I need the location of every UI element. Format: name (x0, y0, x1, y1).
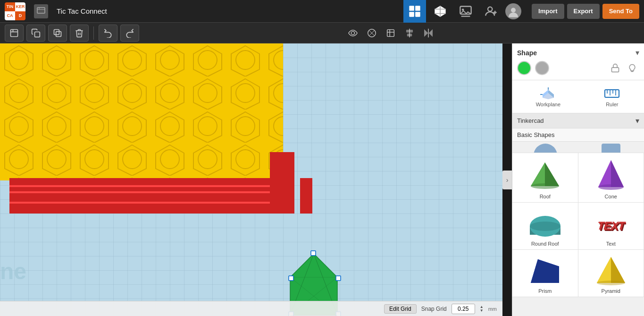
text-shape-visual: TEXT (597, 219, 625, 232)
top-bar: TIN KER CA D Tic Tac Connect Import Expo… (0, 0, 644, 23)
svg-rect-22 (54, 29, 59, 34)
partial-text: ne (0, 258, 26, 284)
svg-point-24 (351, 31, 354, 34)
library-header: Tinkercad ▾ (512, 113, 644, 128)
library-dropdown-arrow[interactable]: ▾ (636, 116, 639, 125)
ruler-icon (603, 86, 620, 100)
lightbulb-icon[interactable] (625, 61, 639, 75)
shape-item-cone[interactable]: Cone (578, 153, 644, 203)
shape-prism-label: Prism (538, 288, 552, 294)
svg-rect-3 (409, 6, 414, 10)
project-title: Tic Tac Connect (57, 7, 107, 15)
shape-title: Shape (517, 49, 537, 57)
show-edges-button[interactable] (382, 25, 400, 42)
align-button[interactable] (401, 25, 418, 42)
shape-dropdown-arrow[interactable]: ▾ (636, 48, 639, 57)
viewport-toolbar (344, 25, 437, 42)
svg-point-12 (462, 9, 464, 11)
shape-cone-label: Cone (605, 194, 617, 199)
shapes-grid: Roof Cone (512, 153, 644, 297)
3d-view-button[interactable] (429, 0, 452, 23)
viewport[interactable]: TOP FRONT › ⌂ + − ⛶ (0, 43, 502, 316)
svg-rect-26 (387, 29, 394, 36)
main-area: TOP FRONT › ⌂ + − ⛶ (0, 43, 644, 316)
shape-header: Shape ▾ (517, 48, 639, 57)
lock-icon[interactable] (608, 61, 622, 75)
red-bar-2 (300, 178, 312, 214)
svg-rect-30 (407, 30, 413, 32)
svg-marker-63 (545, 162, 559, 186)
snap-spinners: ▲ ▼ (480, 305, 484, 313)
svg-point-65 (531, 183, 559, 189)
shape-text-label: Text (606, 241, 616, 247)
svg-rect-37 (0, 43, 283, 180)
svg-rect-4 (415, 6, 420, 10)
redo-button[interactable] (120, 25, 139, 42)
shape-item-pyramid[interactable]: Pyramid (578, 250, 644, 297)
snap-label: Snap Grid (421, 306, 447, 312)
svg-marker-76 (611, 257, 625, 283)
duplicate-button[interactable] (48, 25, 67, 42)
ruler-button[interactable]: Ruler (598, 84, 626, 109)
shape-roof-label: Roof (540, 194, 551, 199)
svg-marker-67 (611, 160, 624, 187)
gray-color-swatch[interactable] (535, 61, 549, 75)
user-avatar[interactable] (505, 3, 521, 19)
library-category-label: Basic Shapes (512, 128, 644, 142)
shape-colors-row (517, 61, 639, 75)
snap-down-arrow[interactable]: ▼ (480, 309, 484, 313)
sphere-shape-partial[interactable] (512, 144, 578, 153)
copy-button[interactable] (26, 25, 45, 42)
project-icon (34, 4, 48, 18)
gallery-button[interactable] (454, 0, 477, 23)
tinkercad-logo[interactable]: TIN KER CA D (5, 2, 25, 20)
export-button[interactable]: Export (567, 4, 600, 19)
cylinder-shape-partial[interactable] (578, 144, 644, 153)
workplane-ruler-section: Workplane Ruler (512, 80, 644, 113)
edit-grid-button[interactable]: Edit Grid (384, 304, 417, 314)
hide-button[interactable] (363, 25, 381, 42)
yellow-board (0, 43, 283, 180)
svg-marker-74 (531, 259, 559, 283)
svg-marker-64 (531, 162, 545, 186)
workplane-button[interactable]: Workplane (530, 84, 566, 109)
edit-toolbar (0, 23, 644, 43)
mirror-button[interactable] (419, 25, 437, 42)
shape-round-roof-label: Round Roof (531, 241, 559, 247)
shape-item-prism[interactable]: Prism (512, 250, 578, 297)
svg-rect-51 (612, 68, 619, 72)
snap-unit: mm (488, 306, 497, 312)
svg-rect-5 (409, 12, 414, 17)
show-all-button[interactable] (344, 25, 362, 42)
new-button[interactable] (5, 25, 24, 42)
add-user-button[interactable] (480, 0, 502, 23)
bottom-bar: Edit Grid Snap Grid ▲ ▼ mm (0, 301, 502, 316)
svg-point-78 (597, 281, 625, 285)
red-vertical-bar (270, 152, 294, 214)
svg-rect-44 (289, 276, 293, 281)
send-to-button[interactable]: Send To (602, 4, 639, 19)
grid-view-button[interactable] (403, 0, 426, 23)
undo-button[interactable] (99, 25, 117, 42)
svg-marker-77 (597, 257, 611, 283)
red-platform (9, 178, 281, 214)
shape-item-text[interactable]: TEXT Text (578, 203, 644, 250)
svg-rect-18 (11, 29, 18, 36)
topbar-right-icons: Import Export Send To (403, 0, 639, 23)
shape-pyramid-label: Pyramid (602, 288, 620, 294)
panel-collapse-button[interactable]: › (502, 171, 512, 189)
svg-point-17 (511, 8, 516, 12)
svg-marker-34 (429, 30, 432, 36)
ruler-label: Ruler (606, 102, 618, 107)
shape-item-round-roof[interactable]: Round Roof (512, 203, 578, 250)
shape-action-icons (608, 61, 639, 75)
delete-button[interactable] (70, 25, 89, 42)
svg-rect-21 (35, 32, 40, 37)
shape-item-roof[interactable]: Roof (512, 153, 578, 203)
snap-value-input[interactable] (452, 304, 475, 314)
library-title: Tinkercad (517, 117, 544, 124)
green-color-swatch[interactable] (517, 61, 531, 75)
workplane-label: Workplane (536, 102, 560, 107)
import-button[interactable]: Import (532, 4, 564, 19)
svg-point-71 (530, 222, 560, 231)
